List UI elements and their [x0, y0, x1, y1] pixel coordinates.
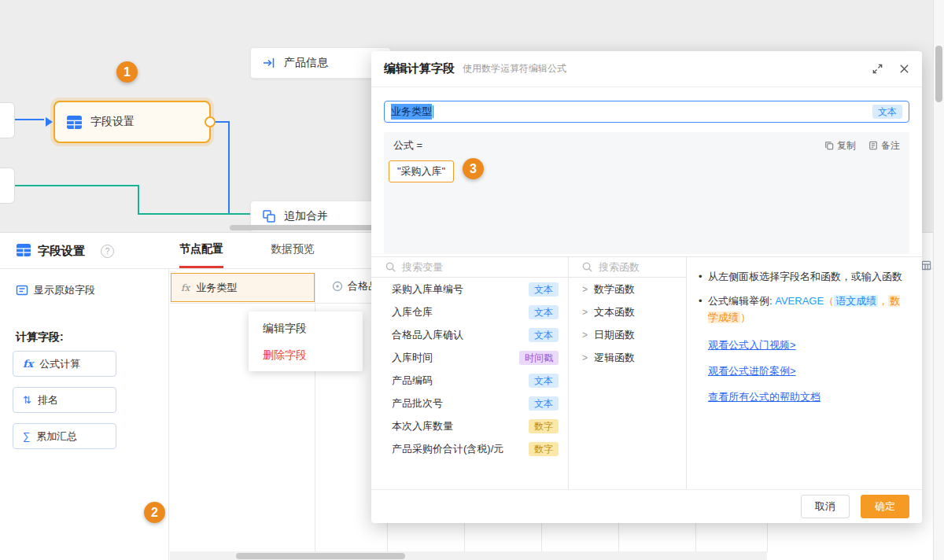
variable-item[interactable]: 本次入库数量数字: [371, 414, 568, 437]
close-button[interactable]: [899, 64, 909, 74]
expand-button[interactable]: [872, 63, 883, 75]
target-icon: [332, 281, 343, 292]
variable-name: 合格品入库确认: [392, 328, 463, 342]
search-placeholder: 搜索函数: [599, 260, 640, 274]
variable-name: 入库时间: [392, 351, 433, 365]
offscreen-node-stub[interactable]: [0, 102, 15, 138]
variable-item[interactable]: 产品编码文本: [371, 369, 568, 392]
show-original-fields-link[interactable]: 显示原始字段: [16, 283, 95, 297]
calc-button-rank[interactable]: ⇅排名: [13, 387, 116, 413]
help-link[interactable]: 观看公式进阶案例>: [708, 363, 909, 379]
search-icon: [385, 262, 396, 272]
menu-item-delete-field[interactable]: 删除字段: [249, 341, 363, 368]
help-link[interactable]: 观看公式入门视频>: [708, 337, 909, 353]
variable-item[interactable]: 入库时间时间戳: [371, 346, 568, 369]
variable-name: 采购入库单编号: [392, 282, 463, 297]
table-horizontal-scrollbar-thumb[interactable]: [236, 553, 405, 559]
variable-name: 入库仓库: [392, 305, 433, 319]
offscreen-node-stub[interactable]: [0, 168, 15, 204]
variable-name: 产品批次号: [392, 396, 443, 411]
function-group[interactable]: >文本函数: [568, 300, 686, 323]
chevron-right-icon: >: [582, 352, 588, 363]
panel-tabs: 节点配置数据预览: [179, 242, 315, 268]
output-port[interactable]: [205, 116, 216, 127]
variable-name: 本次入库数量: [392, 419, 453, 433]
menu-item-edit-field[interactable]: 编辑字段: [249, 315, 363, 341]
function-group-list: >数学函数>文本函数>日期函数>逻辑函数: [568, 278, 686, 369]
table-header-divider: [170, 303, 371, 304]
table-icon: [16, 242, 31, 258]
variable-type-tag: 文本: [529, 328, 559, 342]
modal-reference-section: 搜索变量 搜索函数 采购入库单编号文本入库仓库文本合格品入库确认文本入库时间时间…: [371, 256, 922, 489]
fx-icon: fx: [181, 282, 190, 293]
step-badge-2: 2: [144, 502, 165, 523]
column-settings-icon[interactable]: [921, 260, 931, 274]
field-context-menu: 编辑字段删除字段: [249, 311, 363, 371]
copy-button[interactable]: 复制: [824, 139, 856, 153]
field-type-tag: 文本: [872, 105, 902, 119]
formula-editor[interactable]: 公式 = 复制 备注 "采购入库": [384, 132, 909, 254]
panel-sidebar: 显示原始字段 计算字段: fx公式计算⇅排名∑累加汇总: [0, 269, 169, 560]
function-group-label: 日期函数: [594, 328, 635, 342]
confirm-button[interactable]: 确定: [861, 495, 909, 518]
function-search-input[interactable]: 搜索函数: [568, 257, 686, 278]
variable-type-tag: 文本: [529, 374, 559, 388]
cancel-button[interactable]: 取消: [801, 495, 850, 518]
copy-label: 复制: [837, 139, 856, 153]
help-panel: 从左侧面板选择字段名和函数，或输入函数 公式编辑举例: AVERAGE（语文成绩…: [686, 257, 922, 490]
chevron-right-icon: >: [582, 330, 588, 341]
variable-type-tag: 文本: [529, 305, 559, 319]
variable-search-input[interactable]: 搜索变量: [371, 257, 568, 278]
variable-name: 产品采购价合计(含税)/元: [392, 442, 503, 456]
table-icon: [66, 114, 83, 131]
page-vertical-scrollbar-track[interactable]: [933, 0, 944, 560]
page-vertical-scrollbar-thumb[interactable]: [935, 46, 942, 102]
note-button[interactable]: 备注: [868, 139, 900, 153]
variable-name: 产品编码: [392, 374, 433, 388]
chevron-right-icon: >: [582, 284, 588, 295]
variable-item[interactable]: 入库仓库文本: [371, 300, 568, 323]
variable-type-tag: 文本: [529, 282, 559, 297]
tab-node-config[interactable]: 节点配置: [179, 242, 223, 268]
calc-button-label: 累加汇总: [36, 429, 77, 444]
function-group-label: 文本函数: [594, 305, 635, 319]
calc-button-group: fx公式计算⇅排名∑累加汇总: [13, 351, 116, 459]
node-label: 追加合并: [284, 209, 328, 223]
variable-item[interactable]: 合格品入库确认文本: [371, 323, 568, 346]
variable-item[interactable]: 采购入库单编号文本: [371, 278, 568, 300]
tab-data-preview[interactable]: 数据预览: [271, 242, 315, 268]
calc-button-sum[interactable]: ∑累加汇总: [13, 423, 116, 449]
formula-expression-chip[interactable]: "采购入库": [389, 160, 454, 182]
function-group[interactable]: >数学函数: [568, 278, 686, 300]
search-icon: [582, 262, 592, 272]
example-function-name: AVERAGE: [775, 295, 824, 307]
display-fields-icon: [16, 284, 28, 297]
info-icon[interactable]: [101, 245, 114, 258]
app-window: 产品信息 字段设置 追加合并 1 字段设置 节点配置数据预览: [0, 0, 944, 560]
column-header-label: 业务类型: [196, 281, 237, 295]
close-icon: [899, 64, 909, 74]
calc-button-label: 公式计算: [39, 357, 80, 371]
step-badge-3: 3: [463, 158, 484, 179]
input-port-icon: [46, 117, 53, 127]
edit-calc-field-modal: 编辑计算字段 使用数学运算符编辑公式 业务类型 文本 公式 = 复制: [371, 51, 922, 523]
variable-item[interactable]: 产品采购价合计(含税)/元数字: [371, 437, 568, 460]
function-group[interactable]: >逻辑函数: [568, 346, 686, 369]
calc-fields-heading: 计算字段:: [16, 330, 64, 344]
help-link[interactable]: 查看所有公式的帮助文档: [708, 389, 909, 405]
modal-subtitle: 使用数学运算符编辑公式: [463, 62, 566, 76]
copy-icon: [824, 141, 834, 150]
node-label: 产品信息: [284, 56, 328, 70]
help-tip-1: 从左侧面板选择字段名和函数，或输入函数: [699, 268, 909, 285]
field-name-input[interactable]: 业务类型 文本: [384, 101, 909, 123]
node-product-info[interactable]: 产品信息: [250, 47, 391, 79]
function-group[interactable]: >日期函数: [568, 323, 686, 346]
note-label: 备注: [881, 139, 900, 153]
column-header-business-type[interactable]: fx 业务类型: [171, 273, 315, 302]
node-field-settings[interactable]: 字段设置: [53, 101, 211, 143]
variable-type-tag: 数字: [529, 442, 559, 456]
variable-item[interactable]: 产品批次号文本: [371, 392, 568, 414]
help-tip-2: 公式编辑举例: AVERAGE（语文成绩，数学成绩）: [699, 293, 909, 326]
calc-button-fx[interactable]: fx公式计算: [13, 351, 116, 377]
variable-list: 采购入库单编号文本入库仓库文本合格品入库确认文本入库时间时间戳产品编码文本产品批…: [371, 278, 568, 460]
